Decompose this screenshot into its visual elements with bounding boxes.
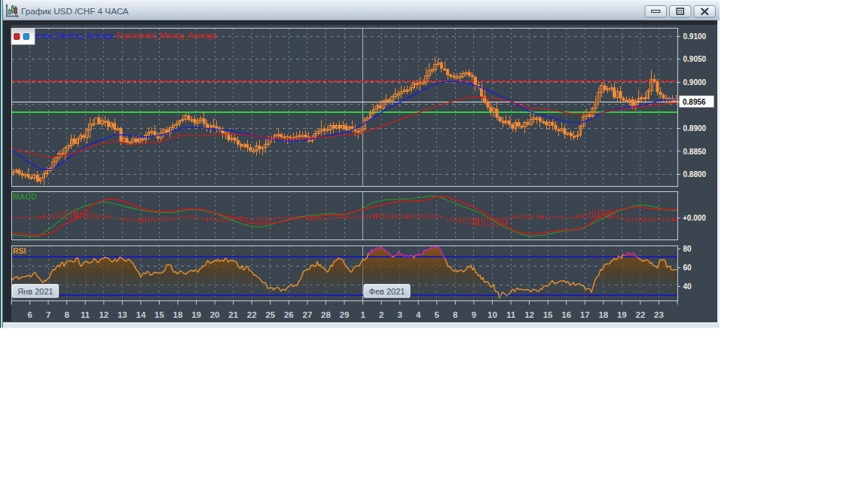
svg-text:21: 21 [228,310,238,319]
svg-text:7: 7 [46,310,50,319]
svg-text:0.8900: 0.8900 [683,124,707,133]
svg-text:11: 11 [81,310,90,319]
svg-text:14: 14 [136,310,146,319]
svg-text:25: 25 [265,310,275,319]
svg-text:27: 27 [303,310,313,319]
svg-text:23: 23 [654,310,664,319]
svg-text:18: 18 [173,310,183,319]
svg-text:Фев 2021: Фев 2021 [369,287,405,296]
svg-text:29: 29 [340,310,350,319]
svg-text:18: 18 [598,310,608,319]
svg-text:9: 9 [472,310,476,319]
svg-text:RSI: RSI [13,246,26,255]
svg-text:MACD: MACD [13,192,37,201]
svg-text:19: 19 [191,310,201,319]
svg-text:+0.000: +0.000 [683,214,706,222]
svg-text:11: 11 [506,310,516,319]
svg-text:0.9100: 0.9100 [683,32,707,41]
svg-text:Янв 2021: Янв 2021 [17,287,53,296]
svg-text:3: 3 [397,310,402,319]
svg-text:ential_Moving_Average.Exponent: ential_Moving_Average.Exponential_Moving… [35,32,219,40]
svg-text:8: 8 [64,310,69,319]
svg-text:60: 60 [683,264,692,272]
svg-text:2: 2 [379,310,384,319]
svg-text:0.8850: 0.8850 [683,148,707,156]
svg-text:0.9050: 0.9050 [683,55,707,63]
svg-text:16: 16 [561,310,571,319]
svg-text:8: 8 [453,310,458,319]
svg-text:1: 1 [360,310,365,319]
svg-text:28: 28 [321,310,331,319]
svg-text:4: 4 [416,310,421,319]
svg-text:10: 10 [487,310,497,319]
svg-text:17: 17 [580,310,590,319]
svg-text:12: 12 [524,310,534,319]
svg-text:15: 15 [154,310,164,319]
svg-text:20: 20 [210,310,220,319]
svg-text:12: 12 [99,310,108,319]
svg-text:5: 5 [435,310,440,319]
svg-text:0.9000: 0.9000 [683,78,707,87]
svg-text:15: 15 [543,310,553,319]
svg-text:19: 19 [617,310,627,319]
svg-text:0.8956: 0.8956 [683,98,706,106]
svg-text:22: 22 [636,310,646,319]
svg-text:40: 40 [683,282,692,291]
svg-text:График USD /CHF 4 ЧАСА: График USD /CHF 4 ЧАСА [21,6,129,16]
svg-text:26: 26 [284,310,294,319]
svg-text:22: 22 [247,310,257,319]
svg-text:80: 80 [683,245,692,253]
svg-text:0.8800: 0.8800 [683,170,707,178]
svg-text:13: 13 [118,310,127,319]
svg-text:6: 6 [27,310,32,319]
